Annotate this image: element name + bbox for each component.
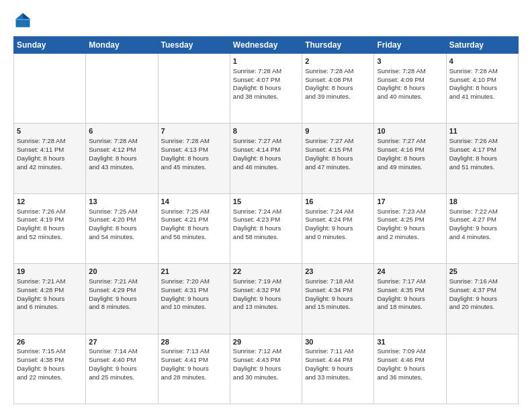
day-info-line: and 18 minutes. bbox=[377, 303, 443, 312]
day-info-line: and 38 minutes. bbox=[233, 93, 299, 101]
day-info-line: Sunset: 4:43 PM bbox=[233, 356, 299, 365]
day-info-line: Sunrise: 7:27 AM bbox=[305, 137, 371, 146]
day-info-line: Sunrise: 7:28 AM bbox=[233, 67, 299, 76]
day-info-line: Sunset: 4:08 PM bbox=[305, 76, 371, 85]
day-info-line: Daylight: 9 hours bbox=[449, 295, 515, 304]
day-info-line: Sunset: 4:32 PM bbox=[233, 286, 299, 295]
day-info-line: and 22 minutes. bbox=[17, 373, 83, 382]
header bbox=[13, 11, 519, 30]
day-info-line: Daylight: 8 hours bbox=[305, 84, 371, 93]
calendar-cell: 12Sunrise: 7:26 AMSunset: 4:19 PMDayligh… bbox=[14, 193, 86, 263]
calendar-cell: 25Sunrise: 7:16 AMSunset: 4:37 PMDayligh… bbox=[446, 264, 518, 334]
calendar-cell: 6Sunrise: 7:28 AMSunset: 4:12 PMDaylight… bbox=[86, 124, 158, 193]
calendar-cell: 9Sunrise: 7:27 AMSunset: 4:15 PMDaylight… bbox=[302, 124, 374, 193]
day-info-line: and 20 minutes. bbox=[449, 303, 515, 312]
day-number: 5 bbox=[17, 126, 83, 136]
day-info-line: and 10 minutes. bbox=[161, 303, 227, 312]
day-info-line: and 36 minutes. bbox=[377, 373, 443, 382]
day-info-line: and 43 minutes. bbox=[89, 163, 154, 172]
calendar-cell: 18Sunrise: 7:22 AMSunset: 4:27 PMDayligh… bbox=[446, 193, 518, 263]
calendar-cell: 29Sunrise: 7:12 AMSunset: 4:43 PMDayligh… bbox=[230, 334, 302, 404]
svg-marker-1 bbox=[23, 13, 30, 19]
calendar-cell bbox=[86, 54, 158, 124]
day-info-line: Sunset: 4:24 PM bbox=[305, 216, 371, 224]
day-info-line: Sunset: 4:25 PM bbox=[377, 216, 443, 224]
day-info-line: Sunrise: 7:27 AM bbox=[233, 137, 299, 146]
day-info-line: Daylight: 8 hours bbox=[233, 224, 299, 233]
day-info-line: Sunrise: 7:13 AM bbox=[161, 347, 227, 356]
calendar-cell: 8Sunrise: 7:27 AMSunset: 4:14 PMDaylight… bbox=[230, 124, 302, 193]
day-info-line: Sunrise: 7:26 AM bbox=[449, 137, 515, 146]
day-info-line: and 33 minutes. bbox=[305, 373, 371, 382]
day-info-line: Daylight: 8 hours bbox=[449, 154, 515, 163]
day-info-line: Sunrise: 7:24 AM bbox=[305, 208, 371, 216]
calendar-cell: 4Sunrise: 7:28 AMSunset: 4:10 PMDaylight… bbox=[446, 54, 518, 124]
calendar-cell: 21Sunrise: 7:20 AMSunset: 4:31 PMDayligh… bbox=[158, 264, 230, 334]
weekday-header-wednesday: Wednesday bbox=[230, 37, 302, 54]
day-info-line: Daylight: 9 hours bbox=[161, 365, 227, 373]
day-info-line: and 58 minutes. bbox=[233, 233, 299, 242]
day-number: 23 bbox=[305, 267, 371, 277]
day-info-line: Sunrise: 7:27 AM bbox=[377, 137, 443, 146]
logo-icon bbox=[13, 11, 32, 30]
day-info-line: Sunset: 4:15 PM bbox=[305, 146, 371, 154]
calendar-cell: 26Sunrise: 7:15 AMSunset: 4:38 PMDayligh… bbox=[14, 334, 86, 404]
weekday-header-sunday: Sunday bbox=[14, 37, 86, 54]
day-number: 12 bbox=[17, 197, 83, 207]
day-info-line: Sunrise: 7:28 AM bbox=[161, 137, 227, 146]
day-info-line: Daylight: 9 hours bbox=[377, 224, 443, 233]
calendar-cell: 5Sunrise: 7:28 AMSunset: 4:11 PMDaylight… bbox=[14, 124, 86, 193]
day-info-line: Sunrise: 7:28 AM bbox=[377, 67, 443, 76]
page: SundayMondayTuesdayWednesdayThursdayFrid… bbox=[0, 0, 532, 411]
day-info-line: Sunrise: 7:23 AM bbox=[377, 208, 443, 216]
calendar-cell: 28Sunrise: 7:13 AMSunset: 4:41 PMDayligh… bbox=[158, 334, 230, 404]
day-info-line: Daylight: 9 hours bbox=[161, 295, 227, 304]
day-info-line: Sunset: 4:14 PM bbox=[233, 146, 299, 154]
day-info-line: Daylight: 9 hours bbox=[377, 365, 443, 373]
day-info-line: Daylight: 8 hours bbox=[17, 154, 83, 163]
calendar-week-row: 5Sunrise: 7:28 AMSunset: 4:11 PMDaylight… bbox=[14, 124, 519, 193]
day-info-line: Sunset: 4:35 PM bbox=[377, 286, 443, 295]
day-info-line: Sunset: 4:28 PM bbox=[17, 286, 83, 295]
day-number: 3 bbox=[377, 56, 443, 66]
day-info-line: Sunset: 4:07 PM bbox=[233, 76, 299, 85]
day-info-line: Sunset: 4:11 PM bbox=[17, 146, 83, 154]
day-info-line: and 42 minutes. bbox=[17, 163, 83, 172]
day-info-line: Sunrise: 7:25 AM bbox=[161, 208, 227, 216]
day-number: 15 bbox=[233, 197, 299, 207]
day-number: 10 bbox=[377, 126, 443, 136]
day-info-line: Sunrise: 7:28 AM bbox=[449, 67, 515, 76]
calendar-cell bbox=[158, 54, 230, 124]
day-info-line: Sunset: 4:23 PM bbox=[233, 216, 299, 224]
day-info-line: Sunrise: 7:25 AM bbox=[89, 208, 154, 216]
day-info-line: and 15 minutes. bbox=[305, 303, 371, 312]
day-info-line: Sunset: 4:09 PM bbox=[377, 76, 443, 85]
day-info-line: Daylight: 9 hours bbox=[449, 224, 515, 233]
day-number: 29 bbox=[233, 337, 299, 347]
day-info-line: and 6 minutes. bbox=[17, 303, 83, 312]
day-info-line: and 52 minutes. bbox=[17, 233, 83, 242]
day-number: 31 bbox=[377, 337, 443, 347]
calendar-cell: 20Sunrise: 7:21 AMSunset: 4:29 PMDayligh… bbox=[86, 264, 158, 334]
day-info-line: Sunset: 4:10 PM bbox=[449, 76, 515, 85]
day-number: 7 bbox=[161, 126, 227, 136]
day-number: 17 bbox=[377, 197, 443, 207]
day-info-line: Daylight: 8 hours bbox=[161, 224, 227, 233]
day-info-line: Sunset: 4:27 PM bbox=[449, 216, 515, 224]
day-info-line: Sunrise: 7:21 AM bbox=[17, 277, 83, 286]
day-info-line: Daylight: 9 hours bbox=[17, 295, 83, 304]
day-number: 2 bbox=[305, 56, 371, 66]
day-info-line: and 49 minutes. bbox=[377, 163, 443, 172]
day-info-line: Sunrise: 7:17 AM bbox=[377, 277, 443, 286]
day-info-line: Sunrise: 7:12 AM bbox=[233, 347, 299, 356]
calendar-cell: 10Sunrise: 7:27 AMSunset: 4:16 PMDayligh… bbox=[374, 124, 446, 193]
day-info-line: and 8 minutes. bbox=[89, 303, 154, 312]
day-info-line: Sunrise: 7:11 AM bbox=[305, 347, 371, 356]
day-info-line: Sunset: 4:34 PM bbox=[305, 286, 371, 295]
calendar-cell bbox=[14, 54, 86, 124]
day-info-line: and 40 minutes. bbox=[377, 93, 443, 101]
day-info-line: and 47 minutes. bbox=[305, 163, 371, 172]
day-number: 1 bbox=[233, 56, 299, 66]
day-info-line: Sunrise: 7:19 AM bbox=[233, 277, 299, 286]
day-info-line: Daylight: 8 hours bbox=[161, 154, 227, 163]
